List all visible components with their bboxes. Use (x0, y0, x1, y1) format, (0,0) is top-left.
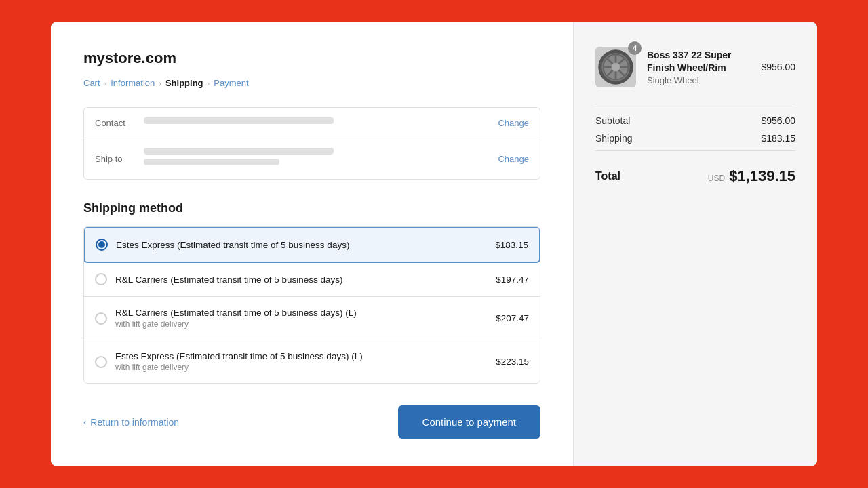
cart-badge: 4 (628, 41, 642, 55)
radio-1 (96, 239, 108, 251)
contact-change-link[interactable]: Change (498, 118, 529, 128)
currency-label: USD (708, 174, 725, 183)
product-variant: Single Wheel (647, 75, 750, 85)
breadcrumb: Cart › Information › Shipping › Payment (83, 78, 540, 88)
total-amount: $1,139.15 (729, 167, 795, 185)
shipping-option-3[interactable]: R&L Carriers (Estimated transit time of … (84, 297, 540, 340)
breadcrumb-sep-1: › (104, 79, 107, 87)
option-content-1: Estes Express (Estimated transit time of… (116, 240, 487, 250)
option-price-1: $183.15 (495, 240, 528, 250)
product-image-wrapper: 4 (595, 47, 636, 87)
ship-label: Ship to (95, 154, 136, 164)
option-content-4: Estes Express (Estimated transit time of… (115, 351, 488, 372)
product-row: 4 Boss 337 22 Super Finish Wheel/Rim Sin… (595, 47, 795, 87)
summary-divider (595, 104, 795, 104)
breadcrumb-cart[interactable]: Cart (83, 78, 100, 88)
option-name-4: Estes Express (Estimated transit time of… (115, 351, 488, 361)
option-content-3: R&L Carriers (Estimated transit time of … (115, 308, 488, 329)
option-content-2: R&L Carriers (Estimated transit time of … (115, 274, 488, 285)
shipping-row: Shipping $183.15 (595, 133, 795, 144)
radio-4 (95, 356, 107, 368)
breadcrumb-information[interactable]: Information (111, 78, 155, 88)
shipping-option-2[interactable]: R&L Carriers (Estimated transit time of … (84, 262, 540, 297)
option-name-3: R&L Carriers (Estimated transit time of … (115, 308, 488, 318)
shipping-value: $183.15 (761, 133, 795, 144)
chevron-left-icon: ‹ (83, 417, 86, 427)
option-name-1: Estes Express (Estimated transit time of… (116, 240, 487, 250)
ship-row: Ship to Change (84, 138, 540, 179)
svg-point-2 (612, 63, 620, 72)
ship-change-link[interactable]: Change (498, 154, 529, 164)
continue-to-payment-button[interactable]: Continue to payment (398, 405, 540, 439)
product-price: $956.00 (761, 62, 795, 73)
order-summary: 4 Boss 337 22 Super Finish Wheel/Rim Sin… (573, 22, 817, 466)
option-name-2: R&L Carriers (Estimated transit time of … (115, 274, 488, 285)
shipping-option-4[interactable]: Estes Express (Estimated transit time of… (84, 340, 540, 383)
return-to-information-link[interactable]: ‹ Return to information (83, 417, 179, 428)
shipping-options: Estes Express (Estimated transit time of… (83, 226, 540, 384)
contact-row: Contact Change (84, 108, 540, 138)
contact-label: Contact (95, 118, 136, 128)
total-label: Total (595, 170, 620, 182)
breadcrumb-payment[interactable]: Payment (214, 78, 248, 88)
option-price-2: $197.47 (496, 274, 529, 285)
ship-bar-1 (144, 148, 334, 155)
contact-bar (144, 117, 334, 124)
option-sub-4: with lift gate delivery (115, 363, 488, 372)
shipping-label: Shipping (595, 133, 633, 144)
product-name: Boss 337 22 Super Finish Wheel/Rim (647, 49, 750, 73)
contact-value (144, 117, 490, 128)
option-sub-3: with lift gate delivery (115, 319, 488, 329)
option-price-4: $223.15 (496, 357, 529, 367)
subtotal-label: Subtotal (595, 115, 630, 126)
breadcrumb-shipping: Shipping (165, 78, 203, 88)
subtotal-row: Subtotal $956.00 (595, 115, 795, 126)
radio-3 (95, 312, 107, 325)
ship-bar-2 (144, 159, 279, 165)
total-divider (595, 150, 795, 151)
ship-value (144, 148, 490, 169)
shipping-method-title: Shipping method (83, 201, 540, 216)
total-row: Total USD $1,139.15 (595, 167, 795, 185)
radio-2 (95, 273, 107, 285)
option-price-3: $207.47 (496, 313, 529, 323)
shipping-option-1[interactable]: Estes Express (Estimated transit time of… (83, 226, 540, 263)
subtotal-value: $956.00 (761, 115, 795, 126)
footer-actions: ‹ Return to information Continue to paym… (83, 405, 540, 439)
total-right: USD $1,139.15 (708, 167, 795, 185)
product-info: Boss 337 22 Super Finish Wheel/Rim Singl… (647, 49, 750, 85)
info-card: Contact Change Ship to Change (83, 107, 540, 180)
breadcrumb-sep-2: › (159, 79, 161, 87)
return-label: Return to information (90, 417, 179, 428)
store-name: mystore.com (83, 49, 540, 67)
breadcrumb-sep-3: › (208, 79, 210, 87)
